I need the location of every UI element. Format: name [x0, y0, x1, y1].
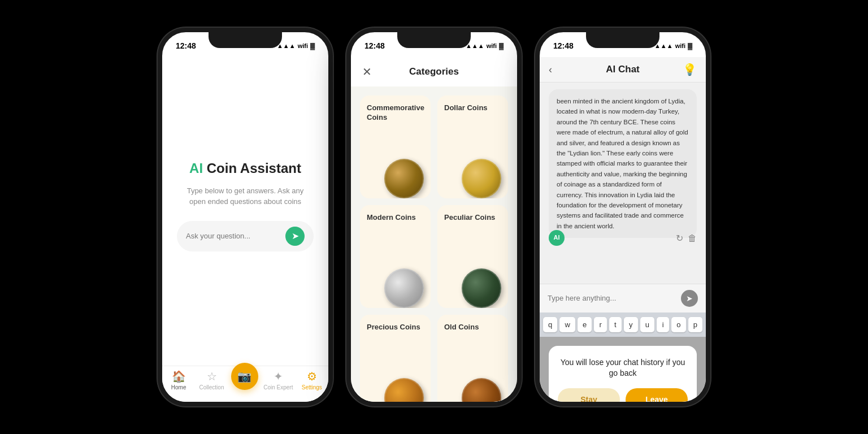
precious-label: Precious Coins [367, 323, 424, 332]
key-t[interactable]: t [609, 317, 622, 332]
lightbulb-icon: 💡 [683, 63, 697, 76]
category-old[interactable]: Old Coins [437, 315, 508, 406]
chat-input[interactable] [548, 294, 676, 302]
chat-input-area: ➤ [540, 284, 706, 313]
key-e[interactable]: e [578, 317, 592, 332]
battery-icon: ▓ [688, 42, 692, 49]
commemorative-coin [384, 159, 424, 198]
coin-inner [462, 268, 501, 308]
notch [397, 32, 471, 48]
message-actions: ↻ 🗑 [676, 231, 697, 246]
chat-title: AI Chat [606, 64, 640, 75]
category-peculiar[interactable]: Peculiar Coins [437, 205, 508, 308]
tab-coin-expert-label: Coin Expert [263, 384, 293, 390]
key-o[interactable]: o [671, 317, 685, 332]
status-time: 12:48 [553, 41, 574, 50]
wifi-icon: wifi [675, 42, 685, 49]
leave-button[interactable]: Leave [626, 388, 688, 406]
chat-send-button[interactable]: ➤ [681, 290, 698, 307]
key-q[interactable]: q [543, 317, 557, 332]
modal-text: You will lose your chat history if you g… [558, 357, 688, 379]
home-title: AI Coin Assistant [189, 160, 301, 176]
old-coin [462, 378, 501, 406]
phone-home: 12:48 ▲▲▲ wifi ▓ AI Coin Assistant Type … [158, 28, 333, 406]
ai-badge: AI [549, 230, 565, 246]
commemorative-label: Commemorative Coins [367, 103, 424, 123]
category-precious[interactable]: Precious Coins [360, 315, 431, 406]
ai-highlight: AI [189, 160, 203, 176]
chat-header: ‹ AI Chat 💡 [540, 57, 706, 83]
key-y[interactable]: y [624, 317, 638, 332]
home-search-input[interactable] [186, 232, 281, 240]
send-button[interactable]: ➤ [285, 227, 305, 246]
peculiar-coin [462, 268, 501, 308]
settings-icon: ⚙ [307, 371, 317, 382]
peculiar-label: Peculiar Coins [444, 213, 501, 223]
key-w[interactable]: w [559, 317, 575, 332]
dollar-label: Dollar Coins [444, 103, 501, 113]
coin-inner [384, 159, 424, 198]
wifi-icon: wifi [487, 42, 497, 49]
coin-inner [384, 378, 424, 406]
modal-overlay: You will lose your chat history if you g… [540, 337, 706, 406]
keyboard-row: q w e r t y u i o p [540, 313, 706, 337]
chat-messages: been minted in the ancient kingdom of Ly… [540, 83, 706, 272]
back-button[interactable]: ‹ [549, 64, 552, 76]
category-commemorative[interactable]: Commemorative Coins [360, 96, 431, 198]
status-icons: ▲▲▲ wifi ▓ [654, 42, 692, 49]
delete-icon[interactable]: 🗑 [688, 231, 697, 246]
precious-coin [384, 378, 424, 406]
home-content: AI Coin Assistant Type below to get answ… [162, 57, 328, 402]
coin-inner [384, 268, 424, 308]
close-button[interactable]: ✕ [362, 65, 372, 79]
modern-coin [384, 268, 424, 308]
notch [586, 32, 659, 48]
tab-camera[interactable]: 📷 [231, 372, 259, 390]
ai-message: been minted in the ancient kingdom of Ly… [549, 89, 697, 238]
tab-home[interactable]: 🏠 Home [164, 371, 193, 390]
status-icons: ▲▲▲ wifi ▓ [466, 42, 504, 49]
tab-coin-expert[interactable]: ✦ Coin Expert [263, 371, 293, 390]
key-i[interactable]: i [657, 317, 669, 332]
category-dollar[interactable]: Dollar Coins [437, 96, 508, 198]
home-input-row: ➤ [177, 221, 314, 251]
tab-collection-label: Collection [199, 384, 224, 390]
status-time: 12:48 [364, 41, 385, 50]
collection-icon: ☆ [207, 371, 217, 382]
category-modern[interactable]: Modern Coins [360, 205, 431, 308]
old-label: Old Coins [444, 323, 501, 332]
dollar-coin [462, 159, 501, 198]
battery-icon: ▓ [499, 42, 504, 49]
tab-collection[interactable]: ☆ Collection [198, 371, 226, 390]
camera-icon[interactable]: 📷 [231, 363, 258, 390]
battery-icon: ▓ [310, 42, 315, 49]
coin-expert-icon: ✦ [274, 371, 283, 382]
stay-button[interactable]: Stay [558, 388, 620, 406]
status-time: 12:48 [176, 41, 196, 50]
key-u[interactable]: u [640, 317, 654, 332]
home-subtitle: Type below to get answers. Ask any open … [183, 185, 307, 207]
wifi-icon: wifi [298, 42, 308, 49]
categories-title: Categories [409, 66, 459, 77]
tab-home-label: Home [171, 384, 186, 390]
tab-settings-label: Settings [302, 384, 322, 390]
key-p[interactable]: p [688, 317, 702, 332]
notch [209, 32, 282, 48]
tab-settings[interactable]: ⚙ Settings [298, 371, 326, 390]
categories-grid: Commemorative Coins Dollar Coins Modern … [351, 86, 517, 406]
key-r[interactable]: r [594, 317, 606, 332]
modal-box: You will lose your chat history if you g… [549, 346, 697, 406]
status-icons: ▲▲▲ wifi ▓ [277, 42, 315, 49]
coin-inner [462, 378, 501, 406]
categories-screen: ✕ Categories Commemorative Coins Dollar … [351, 57, 517, 406]
tab-bar: 🏠 Home ☆ Collection 📷 ✦ Coin Expert ⚙ Se… [162, 366, 328, 402]
categories-header: ✕ Categories [351, 57, 517, 86]
home-screen: AI Coin Assistant Type below to get answ… [162, 57, 328, 402]
modal-buttons: Stay Leave [558, 388, 688, 406]
chat-screen: ‹ AI Chat 💡 been minted in the ancient k… [540, 57, 706, 406]
refresh-icon[interactable]: ↻ [676, 231, 683, 246]
phone-chat: 12:48 ▲▲▲ wifi ▓ ‹ AI Chat 💡 been minted… [535, 28, 710, 406]
modern-label: Modern Coins [367, 213, 424, 223]
home-icon: 🏠 [172, 371, 186, 382]
coin-inner [462, 159, 501, 198]
